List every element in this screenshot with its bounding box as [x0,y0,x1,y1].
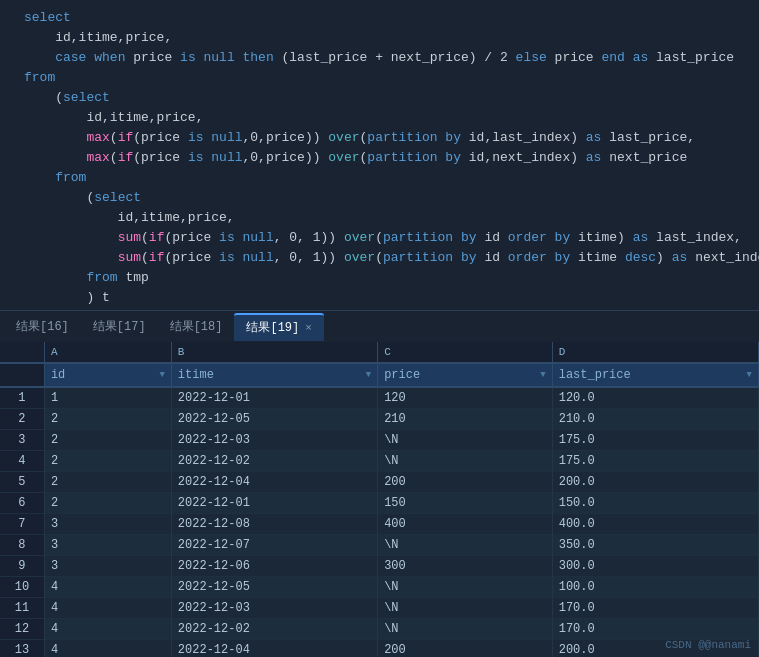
table-row: 5 2 2022-12-04 200 200.0 [0,472,759,493]
code-line: case when price is null then (last_price… [0,48,759,68]
cell-price: 300 [378,556,553,577]
code-line: id,itime,price, [0,208,759,228]
table-row: 13 4 2022-12-04 200 200.0 [0,640,759,658]
line-content: select [16,8,759,28]
code-line: max(if(price is null,0,price)) over(part… [0,128,759,148]
code-line: ) t [0,288,759,308]
cell-itime: 2022-12-03 [171,598,377,619]
col-letter-d: D [552,342,758,363]
table-row: 10 4 2022-12-05 \N 100.0 [0,577,759,598]
cell-price: 200 [378,472,553,493]
cell-itime: 2022-12-08 [171,514,377,535]
filter-icon-id[interactable]: ▼ [159,370,164,380]
cell-last-price: 120.0 [552,387,758,409]
cell-id: 4 [44,619,171,640]
col-header-id[interactable]: id ▼ [44,363,171,387]
tab-label: 结果[19] [246,319,299,336]
table-row: 11 4 2022-12-03 \N 170.0 [0,598,759,619]
code-line: select [0,8,759,28]
row-num-corner [0,342,44,363]
row-number: 6 [0,493,44,514]
cell-last-price: 350.0 [552,535,758,556]
col-name-itime: itime [178,368,214,382]
watermark: CSDN @@nanami [665,639,751,651]
table-row: 7 3 2022-12-08 400 400.0 [0,514,759,535]
table-row: 4 2 2022-12-02 \N 175.0 [0,451,759,472]
cell-itime: 2022-12-05 [171,409,377,430]
filter-icon-last-price[interactable]: ▼ [747,370,752,380]
cell-itime: 2022-12-05 [171,577,377,598]
cell-last-price: 100.0 [552,577,758,598]
data-table: A B C D id ▼ itime ▼ [0,342,759,657]
code-line: (select [0,188,759,208]
cell-price: \N [378,535,553,556]
table-row: 1 1 2022-12-01 120 120.0 [0,387,759,409]
code-line: sum(if(price is null, 0, 1)) over(partit… [0,248,759,268]
cell-price: \N [378,577,553,598]
col-header-last-price[interactable]: last_price ▼ [552,363,758,387]
row-number: 7 [0,514,44,535]
table-container: A B C D id ▼ itime ▼ [0,342,759,657]
tab-result16[interactable]: 结果[16] [4,313,81,341]
line-content: from [16,68,759,88]
code-line: ) t1; [0,308,759,310]
cell-price: 200 [378,640,553,658]
tab-label: 结果[18] [170,318,223,335]
col-letter-a: A [44,342,171,363]
line-content: case when price is null then (last_price… [16,48,759,68]
table-row: 6 2 2022-12-01 150 150.0 [0,493,759,514]
cell-id: 2 [44,472,171,493]
col-letter-c: C [378,342,553,363]
line-content: id,itime,price, [16,208,759,228]
code-line: (select [0,88,759,108]
table-row: 3 2 2022-12-03 \N 175.0 [0,430,759,451]
cell-last-price: 175.0 [552,430,758,451]
code-line: id,itime,price, [0,108,759,128]
row-number: 8 [0,535,44,556]
tab-result19[interactable]: 结果[19] × [234,313,323,341]
cell-itime: 2022-12-06 [171,556,377,577]
tab-result17[interactable]: 结果[17] [81,313,158,341]
col-names-row: id ▼ itime ▼ price ▼ [0,363,759,387]
code-line: from [0,168,759,188]
filter-icon-price[interactable]: ▼ [540,370,545,380]
col-header-price[interactable]: price ▼ [378,363,553,387]
line-content: (select [16,188,759,208]
row-number: 3 [0,430,44,451]
line-content: max(if(price is null,0,price)) over(part… [16,148,759,168]
cell-id: 2 [44,493,171,514]
col-header-itime[interactable]: itime ▼ [171,363,377,387]
line-content: ) t1; [16,308,759,310]
cell-id: 3 [44,535,171,556]
cell-last-price: 175.0 [552,451,758,472]
row-number: 1 [0,387,44,409]
line-content: sum(if(price is null, 0, 1)) over(partit… [16,248,759,268]
line-content: id,itime,price, [16,28,759,48]
cell-itime: 2022-12-02 [171,451,377,472]
tab-label: 结果[17] [93,318,146,335]
cell-price: \N [378,619,553,640]
cell-itime: 2022-12-03 [171,430,377,451]
cell-price: 120 [378,387,553,409]
line-content: from tmp [16,268,759,288]
cell-id: 4 [44,598,171,619]
line-content: from [16,168,759,188]
cell-itime: 2022-12-01 [171,387,377,409]
table-row: 8 3 2022-12-07 \N 350.0 [0,535,759,556]
cell-price: \N [378,598,553,619]
tab-close-icon[interactable]: × [305,322,312,334]
row-number: 5 [0,472,44,493]
cell-price: \N [378,451,553,472]
code-line: from tmp [0,268,759,288]
cell-price: \N [378,430,553,451]
filter-icon-itime[interactable]: ▼ [366,370,371,380]
cell-id: 2 [44,451,171,472]
cell-price: 150 [378,493,553,514]
cell-last-price: 200.0 [552,472,758,493]
tab-result18[interactable]: 结果[18] [158,313,235,341]
table-row: 12 4 2022-12-02 \N 170.0 [0,619,759,640]
row-number: 10 [0,577,44,598]
tab-label: 结果[16] [16,318,69,335]
cell-id: 2 [44,430,171,451]
cell-last-price: 210.0 [552,409,758,430]
